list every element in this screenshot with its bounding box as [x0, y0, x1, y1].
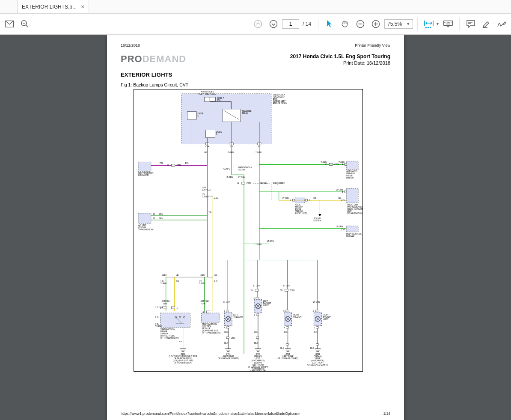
svg-text:11: 11: [325, 164, 327, 166]
svg-text:BLK: BLK: [254, 331, 258, 333]
svg-text:LT GRN: LT GRN: [227, 152, 234, 154]
zoom-plus-icon[interactable]: [369, 17, 383, 31]
svg-text:GRN: GRN: [159, 217, 163, 220]
svg-text:1.2LTURBO: 1.2LTURBO: [199, 280, 205, 285]
svg-text:1.2LTURBO: 1.2LTURBO: [160, 280, 167, 285]
svg-point-5: [270, 21, 277, 28]
zoom-minus-icon[interactable]: [354, 17, 367, 31]
svg-rect-92: [295, 198, 305, 203]
svg-rect-32: [205, 130, 215, 138]
page-total-label: / 14: [303, 21, 311, 27]
svg-text:LT GRN: LT GRN: [283, 285, 290, 287]
svg-text:24: 24: [153, 213, 155, 215]
fit-width-icon[interactable]: [422, 17, 436, 31]
svg-text:23: 23: [153, 217, 155, 220]
svg-text:PPL: PPL: [204, 152, 208, 154]
svg-text:C34: C34: [341, 229, 345, 231]
svg-rect-178: [206, 311, 210, 313]
document-tab[interactable]: EXTERIOR LIGHTS.p... ×: [17, 0, 89, 13]
zoom-value: 75,5%: [387, 21, 402, 27]
close-icon[interactable]: ×: [81, 4, 84, 10]
svg-text:A23: A23: [341, 200, 345, 202]
svg-rect-219: [256, 314, 259, 316]
svg-text:BLK: BLK: [224, 331, 228, 333]
svg-rect-155: [285, 289, 288, 291]
svg-text:C707: C707: [247, 182, 251, 185]
svg-text:45: 45: [202, 311, 205, 313]
hand-pan-icon[interactable]: [338, 17, 352, 31]
svg-rect-14: [444, 21, 453, 26]
zoom-level-select[interactable]: 75,5% ▼: [384, 19, 413, 29]
svg-text:YEL: YEL: [176, 274, 180, 277]
svg-rect-223: [256, 337, 259, 339]
svg-text:AUDIOMAIN LVDIODE(BELOWAUDIO U: AUDIOMAIN LVDIODE(BELOWAUDIO UNIT): [295, 204, 307, 214]
svg-rect-220: [286, 327, 289, 328]
svg-rect-204: [286, 310, 288, 312]
svg-text:C105: C105: [290, 289, 295, 292]
arrow-cursor-icon[interactable]: [323, 17, 336, 31]
print-date: Print Date: 16/12/2018: [290, 60, 390, 66]
svg-text:HOT W/ OOBSRELAY ENERGIZED: HOT W/ OOBSRELAY ENERGIZED: [199, 91, 217, 95]
svg-text:GRN: GRN: [200, 274, 205, 277]
page-up-icon[interactable]: [251, 17, 265, 31]
svg-text:RIGHTBACKUPLIGHT: RIGHTBACKUPLIGHT: [323, 314, 330, 320]
svg-rect-124: [138, 213, 151, 223]
svg-text:BLK: BLK: [179, 340, 183, 343]
svg-text:YEL: YEL: [208, 211, 212, 214]
svg-rect-172: [172, 307, 175, 309]
zoom-out-icon[interactable]: [18, 17, 32, 31]
figure-title: Fig 1: Backup Lamps Circuit, CVT: [121, 82, 390, 87]
svg-text:BLK: BLK: [314, 331, 317, 333]
svg-text:HATCHBACK &SEDAN: HATCHBACK &SEDAN: [238, 167, 252, 171]
svg-text:BLK: BLK: [284, 331, 288, 333]
svg-rect-34: [223, 109, 241, 122]
mail-icon[interactable]: [3, 17, 16, 31]
keyboard-icon[interactable]: [441, 17, 455, 31]
svg-text:1: 1: [177, 307, 178, 309]
svg-text:2.0L: 2.0L: [214, 197, 218, 199]
svg-text:YEL: YEL: [214, 274, 218, 277]
document-viewport[interactable]: 16/12/2018 Printer Friendly View PRODEMA…: [0, 35, 511, 420]
chevron-down-icon[interactable]: ▼: [436, 22, 440, 26]
svg-text:18: 18: [250, 289, 253, 292]
svg-text:PPL: PPL: [185, 162, 189, 164]
svg-text:IF EQUIPPED: IF EQUIPPED: [273, 182, 285, 185]
svg-text:BLK: BLK: [224, 342, 228, 344]
highlight-icon[interactable]: [479, 17, 493, 31]
page-down-icon[interactable]: [267, 17, 280, 31]
view-mode-label: Printer Friendly View: [355, 43, 390, 48]
svg-text:C706: C706: [334, 164, 339, 166]
signature-icon[interactable]: [495, 17, 508, 31]
svg-text:LT GRN: LT GRN: [313, 301, 320, 303]
svg-text:BODY CONTROLMODULE: BODY CONTROLMODULE: [346, 233, 362, 237]
svg-text:3: 3: [224, 310, 225, 312]
section-title: EXTERIOR LIGHTS: [121, 71, 390, 78]
svg-text:LEFTBACKUPLIGHT: LEFTBACKUPLIGHT: [263, 300, 271, 307]
svg-rect-78: [345, 163, 347, 165]
svg-text:PPL: PPL: [160, 162, 163, 164]
svg-rect-50: [138, 162, 151, 171]
svg-text:2: 2: [254, 297, 255, 299]
svg-rect-99: [305, 199, 307, 201]
tab-bar: EXTERIOR LIGHTS.p... ×: [0, 0, 511, 14]
svg-rect-97: [293, 199, 295, 201]
svg-text:G201(1.5L TURBO) (TOP RIGHT SI: G201(1.5L TURBO) (TOP RIGHT SIDEOF TRANS…: [169, 353, 197, 364]
svg-text:LT GRN: LT GRN: [255, 244, 261, 246]
page-number-input[interactable]: [282, 19, 299, 29]
svg-text:BLK: BLK: [254, 342, 258, 344]
svg-text:UNDERDASHFUSE/RELAYBOX(UNDER L: UNDERDASHFUSE/RELAYBOX(UNDER LEFTEND OF …: [273, 94, 287, 104]
svg-text:G791(LEFT REAROF LUGGAGE COMPT: G791(LEFT REAROF LUGGAGE COMPT): [218, 353, 239, 360]
svg-text:G701(SEDAN)G702(HATCHBACK)(SED: G701(SEDAN)G702(HATCHBACK)(SEDAN)(LEFT R…: [248, 353, 269, 371]
svg-text:BLK: BLK: [310, 347, 314, 349]
svg-text:19: 19: [237, 182, 239, 185]
wiring-diagram: HOT W/ OOBSRELAY ENERGIZED FUSE 715A UND…: [134, 89, 363, 372]
comment-icon[interactable]: [464, 17, 478, 31]
svg-text:GRN: GRN: [159, 213, 163, 215]
svg-text:G791(LEFT REAROF LUGGAGE COMPT: G791(LEFT REAROF LUGGAGE COMPT): [277, 353, 298, 360]
svg-text:2.0L: 2.0L: [155, 316, 159, 319]
svg-text:YEL: YEL: [313, 197, 317, 200]
svg-text:(OR YEL): (OR YEL): [162, 300, 171, 302]
footer-url: https://www1.prodemand.com/Print/Index?c…: [121, 411, 300, 416]
svg-rect-108: [346, 226, 358, 232]
svg-text:18: 18: [280, 289, 282, 292]
